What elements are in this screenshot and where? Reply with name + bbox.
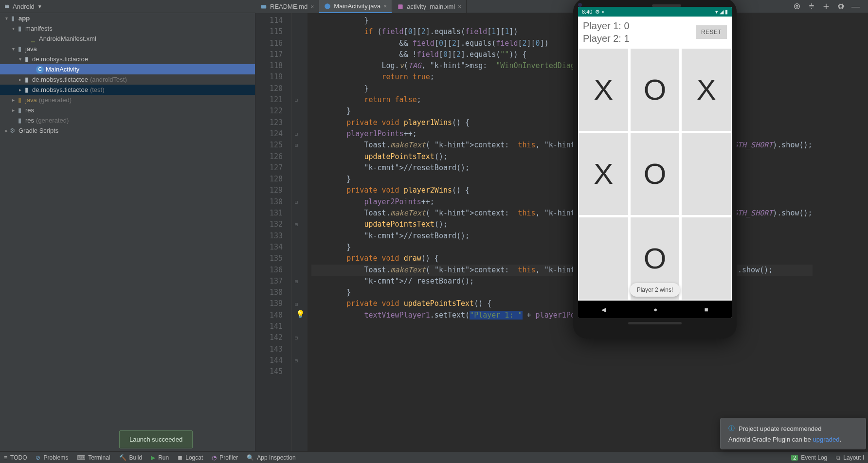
home-icon[interactable]: ● (653, 306, 657, 313)
bottom-build[interactable]: 🔨Build (119, 454, 143, 461)
tree-package[interactable]: ▾▮de.mobsys.tictactoe (0, 54, 255, 64)
cell-2[interactable]: X (682, 49, 731, 131)
project-view-selector[interactable]: Android ▼ (4, 3, 42, 10)
badge: 2 (791, 455, 798, 461)
tree-res-generated[interactable]: ▮res(generated) (0, 115, 255, 125)
cell-4[interactable]: O (631, 133, 680, 215)
tree-package-test[interactable]: ▸▮de.mobsys.tictactoe(test) (0, 85, 255, 95)
tree-label: de.mobsys.tictactoe (32, 86, 88, 93)
bottom-app-inspection[interactable]: 🔍App Inspection (247, 454, 295, 461)
launch-toast: Launch succeeded (119, 430, 193, 448)
tree-label: AndroidManifest.xml (39, 35, 96, 42)
tree-label-dim: (generated) (39, 96, 72, 104)
tree-label: app (18, 15, 30, 22)
xml-icon (397, 3, 404, 10)
tree-java[interactable]: ▾▮java (0, 44, 255, 54)
emulator-device: 8:40 ⚙ ▪ ▾ ◢ ▮ Player 1: 0 Player 2: 1 R… (573, 0, 737, 338)
tree-label: de.mobsys.tictactoe (32, 76, 88, 83)
tree-label: de.mobsys.tictactoe (32, 55, 88, 63)
phone-nav: ◀ ● ■ (578, 301, 732, 318)
tree-label: java (25, 45, 37, 53)
notification-body: Android Gradle Plugin can be upgraded. (728, 436, 858, 443)
tree-manifests[interactable]: ▾▮manifests (0, 23, 255, 34)
svg-rect-6 (398, 4, 403, 9)
tree-label: java (25, 96, 37, 104)
upgrade-link[interactable]: upgraded (813, 436, 839, 443)
battery-icon: ▮ (725, 9, 728, 15)
player2-score: Player 2: 1 (583, 32, 630, 45)
fold-gutter[interactable]: ⊟⊟⊟⊟⊟⊟⊟💡⊟⊟ (292, 13, 307, 451)
cell-3[interactable]: X (579, 133, 628, 215)
tree-label: Gradle Scripts (18, 127, 58, 134)
label: Profiler (219, 454, 238, 461)
tree-main-activity[interactable]: CMainActivity (0, 64, 255, 74)
bottom-profiler[interactable]: ◔Profiler (212, 454, 238, 461)
label: Build (129, 454, 143, 461)
toast-text: Launch succeeded (129, 436, 182, 443)
gear-icon[interactable] (837, 2, 845, 10)
tree-gradle-scripts[interactable]: ▸⚙Gradle Scripts (0, 125, 255, 136)
cell-6[interactable] (579, 217, 628, 300)
close-icon[interactable]: × (383, 3, 387, 10)
tab-readme[interactable]: README.md × (255, 0, 319, 13)
label: Event Log (801, 454, 827, 461)
tab-mainactivity[interactable]: MainActivity.java × (319, 0, 392, 13)
label: TODO (10, 454, 27, 461)
svg-point-0 (6, 5, 6, 5)
back-icon[interactable]: ◀ (601, 306, 606, 313)
notification-title: Project update recommended (739, 425, 822, 432)
reset-button[interactable]: RESET (696, 25, 727, 39)
notification-panel[interactable]: ⓘ Project update recommended Android Gra… (720, 418, 866, 449)
bottom-layout-inspector[interactable]: ⧉Layout I (836, 454, 864, 461)
tree-android-manifest[interactable]: ⎯AndroidManifest.xml (0, 34, 255, 44)
tab-label: activity_main.xml (407, 3, 455, 10)
cell-1[interactable]: O (631, 49, 680, 131)
label: Logcat (185, 454, 203, 461)
bottom-terminal[interactable]: ⌨Terminal (77, 454, 110, 461)
player1-score: Player 1: 0 (583, 19, 630, 32)
cell-8[interactable] (682, 217, 731, 300)
target-icon[interactable] (793, 2, 801, 10)
phone-time: 8:40 (582, 9, 592, 15)
project-tree[interactable]: ▾▮app ▾▮manifests ⎯AndroidManifest.xml ▾… (0, 13, 255, 451)
line-number-gutter[interactable]: 114 115 116 117 118 119 120 121 122 123 … (255, 13, 292, 451)
svg-point-5 (325, 3, 330, 9)
emulator-screen[interactable]: 8:40 ⚙ ▪ ▾ ◢ ▮ Player 1: 0 Player 2: 1 R… (578, 7, 732, 318)
bottom-toolbar: ≡TODO ⊘Problems ⌨Terminal 🔨Build ▶Run ≣L… (0, 451, 868, 463)
label: Layout I (843, 454, 864, 461)
expand-all-icon[interactable] (808, 2, 815, 10)
tree-res[interactable]: ▸▮res (0, 105, 255, 115)
tree-label: res (25, 117, 34, 124)
bottom-event-log[interactable]: 2Event Log (791, 454, 827, 461)
tree-label: manifests (25, 25, 53, 32)
minimize-icon[interactable]: — (851, 1, 860, 12)
tree-app[interactable]: ▾▮app (0, 13, 255, 23)
tree-java-generated[interactable]: ▸▮java(generated) (0, 95, 255, 105)
tab-layout-xml[interactable]: activity_main.xml × (392, 0, 467, 13)
info-icon: ⓘ (728, 424, 735, 433)
cell-0[interactable]: X (579, 49, 628, 131)
label: Run (158, 454, 169, 461)
project-view-label: Android (13, 3, 35, 10)
svg-point-3 (796, 5, 798, 7)
tree-package-androidtest[interactable]: ▸▮de.mobsys.tictactoe(androidTest) (0, 74, 255, 85)
close-icon[interactable]: × (310, 3, 314, 10)
bottom-todo[interactable]: ≡TODO (4, 454, 27, 461)
wifi-icon: ▾ (715, 9, 718, 15)
svg-rect-4 (261, 5, 267, 8)
android-icon (4, 3, 10, 9)
code-editor[interactable]: 114 115 116 117 118 119 120 121 122 123 … (255, 13, 868, 451)
phone-statusbar: 8:40 ⚙ ▪ ▾ ◢ ▮ (578, 7, 732, 17)
close-icon[interactable]: × (458, 3, 461, 10)
bottom-problems[interactable]: ⊘Problems (36, 454, 68, 461)
editor-tabs: README.md × MainActivity.java × activity… (255, 0, 467, 13)
signal-icon: ◢ (720, 9, 723, 15)
label: Problems (43, 454, 68, 461)
collapse-all-icon[interactable] (822, 2, 830, 10)
game-header: Player 1: 0 Player 2: 1 RESET (578, 17, 732, 48)
cell-5[interactable] (682, 133, 731, 215)
tree-label: res (25, 107, 34, 114)
recents-icon[interactable]: ■ (705, 306, 708, 313)
bottom-logcat[interactable]: ≣Logcat (178, 454, 203, 461)
bottom-run[interactable]: ▶Run (151, 454, 169, 461)
